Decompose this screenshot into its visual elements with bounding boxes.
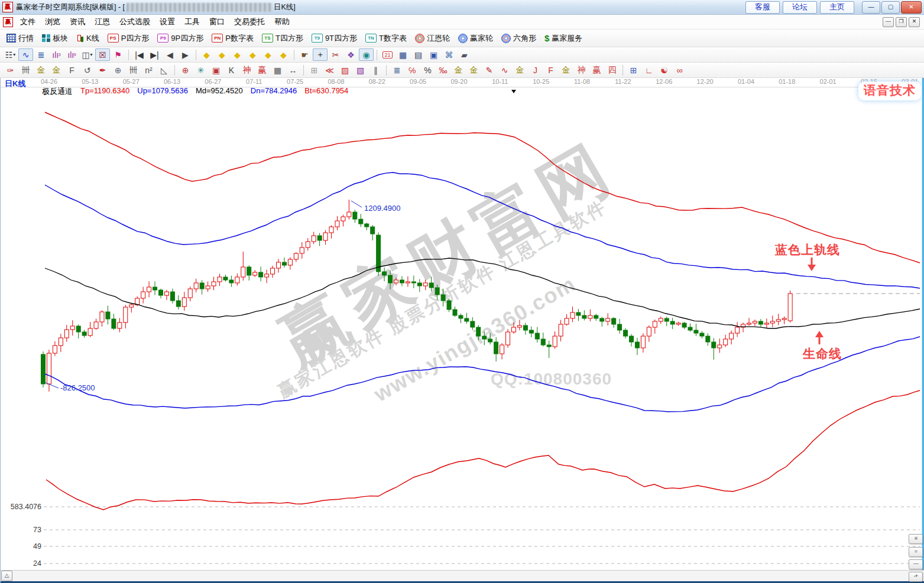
measure-tool-button[interactable]: ✂ (328, 48, 343, 61)
toolbar-9t-square-button[interactable]: T99T四方形 (308, 32, 361, 45)
titlebar-link-service[interactable]: 客服 (745, 1, 780, 14)
hand-tool-button[interactable]: ☛ (297, 48, 312, 61)
n-squared-button[interactable]: n² (141, 64, 156, 76)
set-square-button[interactable]: ◺ (157, 64, 171, 76)
menu-江恩[interactable]: 江恩 (90, 15, 115, 28)
ying-tool-button[interactable]: 赢 (255, 64, 270, 76)
diamond-right-button[interactable]: ◆ (215, 48, 229, 61)
box-fan-button[interactable]: ▨ (338, 64, 352, 76)
f-tool-button[interactable]: F (64, 64, 79, 76)
j-angle-button[interactable]: J (528, 64, 543, 76)
wave-box-button[interactable]: ∿ (497, 64, 512, 76)
ray-fan-button[interactable]: ≪ (322, 64, 337, 76)
menu-窗口[interactable]: 窗口 (205, 15, 229, 28)
gold-angle-button[interactable]: 金 (559, 64, 573, 76)
first-page-button[interactable]: |◀ (132, 48, 147, 61)
toolbar-p-number-table-button[interactable]: PNP数字表 (208, 32, 257, 45)
shen-tool-button[interactable]: 神 (239, 64, 254, 76)
data-delivery-button[interactable]: ▰ (457, 48, 472, 61)
box-fan-2-button[interactable]: ▧ (353, 64, 368, 76)
trend-flag-button[interactable]: ⚑ (111, 48, 125, 61)
toolbar-t-square-button[interactable]: TST四方形 (258, 32, 307, 45)
mdi-minimize-button[interactable]: — (883, 17, 894, 27)
candle-type-dropdown-button[interactable]: ◫▾ (80, 48, 95, 61)
close-button[interactable]: ✕ (901, 1, 922, 14)
dense-grid-button[interactable]: ▦ (270, 64, 285, 76)
gold-gann-1-button[interactable]: 金 (34, 64, 48, 76)
gold-underline-button[interactable]: 金 (513, 64, 527, 76)
infinity-tool-button[interactable]: ∞ (672, 64, 687, 76)
kline-chart-canvas[interactable]: 04-2605-1305-2706-1306-2707-1107-2508-08… (0, 76, 924, 571)
wave-brain-tool-button[interactable]: ◉ (359, 48, 374, 61)
pattern-tool-button[interactable]: ☒ (95, 48, 110, 61)
scroll-left-button[interactable]: △ (1, 571, 12, 581)
yin-yang-button[interactable]: ☯ (657, 64, 672, 76)
menu-帮助[interactable]: 帮助 (270, 15, 294, 28)
toolbar-quotes-button[interactable]: 行情 (3, 32, 37, 45)
percent-line-button[interactable]: ℅ (405, 64, 420, 76)
minimize-button[interactable]: — (862, 1, 880, 14)
frame-tool-button[interactable]: ⊞ (307, 64, 322, 76)
kline-style-dropdown-button[interactable]: ☷▾ (3, 48, 18, 61)
toolbar-sectors-button[interactable]: 板块 (38, 32, 72, 45)
save-disk-button[interactable]: ▣ (426, 48, 441, 61)
shen-angle-button[interactable]: 神 (574, 64, 589, 76)
gold-gann-2-button[interactable]: 金 (49, 64, 64, 76)
info-list-button[interactable]: ≣ (34, 48, 48, 61)
trend-chart-button[interactable]: ∟ (641, 64, 656, 76)
menu-资讯[interactable]: 资讯 (65, 15, 90, 28)
scale-zoom-button[interactable]: -+ (909, 572, 923, 582)
red-pen-button[interactable]: ✑ (3, 64, 18, 76)
bar-chart-9-button[interactable]: ılı9 (64, 48, 79, 61)
scale-compress-1-button[interactable]: — (909, 559, 923, 569)
next-page-button[interactable]: ▶ (178, 48, 193, 61)
gann-shape-tool-button[interactable]: ❖ (343, 48, 358, 61)
last-page-button[interactable]: ▶| (147, 48, 162, 61)
toolbar-winner-service-button[interactable]: $赢家服务 (541, 32, 586, 45)
toolbar-hexagon-button[interactable]: 六角形 (498, 32, 540, 45)
diamond-h-button[interactable]: ◆ (230, 48, 245, 61)
toolbar-kline-button[interactable]: K线 (73, 32, 103, 45)
permille-button[interactable]: ‰ (436, 64, 450, 76)
calendar-21-button[interactable]: 21 (380, 48, 395, 61)
menu-浏览[interactable]: 浏览 (40, 15, 65, 28)
menu-设置[interactable]: 设置 (155, 15, 180, 28)
percent-button[interactable]: % (420, 64, 435, 76)
tick-comb-button[interactable]: 卌 (18, 64, 33, 76)
brush-tool-button[interactable]: ✎ (482, 64, 497, 76)
report-notes-button[interactable]: ▤ (411, 48, 426, 61)
f-angle-button[interactable]: F (543, 64, 558, 76)
mdi-restore-button[interactable]: ❐ (896, 17, 907, 27)
price-bars-button[interactable]: ≣ (390, 64, 404, 76)
red-pen-2-button[interactable]: ✒ (95, 64, 110, 76)
menu-文件[interactable]: 文件 (15, 15, 40, 28)
star-burst-button[interactable]: ✳ (193, 64, 208, 76)
menu-交易委托[interactable]: 交易委托 (229, 15, 270, 28)
tick-comb-2-button[interactable]: 卌 (126, 64, 141, 76)
diamond-left-button[interactable]: ◆ (199, 48, 214, 61)
toolbar-winner-wheel-button[interactable]: 赢家轮 (455, 32, 497, 45)
mdi-close-button[interactable]: ✕ (909, 17, 920, 27)
bar-chart-3-button[interactable]: ılı3 (49, 48, 64, 61)
scale-compress-2-button[interactable]: = (909, 547, 923, 557)
grid-yellow-button[interactable]: ⊞ (626, 64, 641, 76)
spiral-tool-button[interactable]: ↺ (80, 64, 95, 76)
network-pc-button[interactable]: ⌘ (442, 48, 456, 61)
zigzag-tool-button[interactable]: ∿ (18, 48, 33, 61)
width-arrows-button[interactable]: ↔ (286, 64, 300, 76)
horizontal-scrollbar[interactable]: △ (0, 570, 924, 581)
toolbar-t-number-table-button[interactable]: TNT数字表 (362, 32, 410, 45)
si-angle-button[interactable]: 四 (605, 64, 620, 76)
circle-cross-button[interactable]: ⊕ (111, 64, 125, 76)
circle-target-button[interactable]: ⊕ (178, 64, 193, 76)
menu-工具[interactable]: 工具 (180, 15, 205, 28)
calculator-button[interactable]: ▦ (395, 48, 410, 61)
square-target-button[interactable]: ▣ (209, 64, 223, 76)
scale-compress-3-button[interactable]: ≡ (909, 534, 923, 544)
diamond-swap-button[interactable]: ◆ (245, 48, 260, 61)
gold-line-button[interactable]: 金 (466, 64, 481, 76)
crosshair-tool-button[interactable]: ＋ (313, 48, 328, 61)
titlebar-link-home[interactable]: 主页 (820, 1, 854, 14)
gold-circle-button[interactable]: 金 (451, 64, 466, 76)
toolbar-gann-wheel-button[interactable]: 江恩轮 (411, 32, 453, 45)
